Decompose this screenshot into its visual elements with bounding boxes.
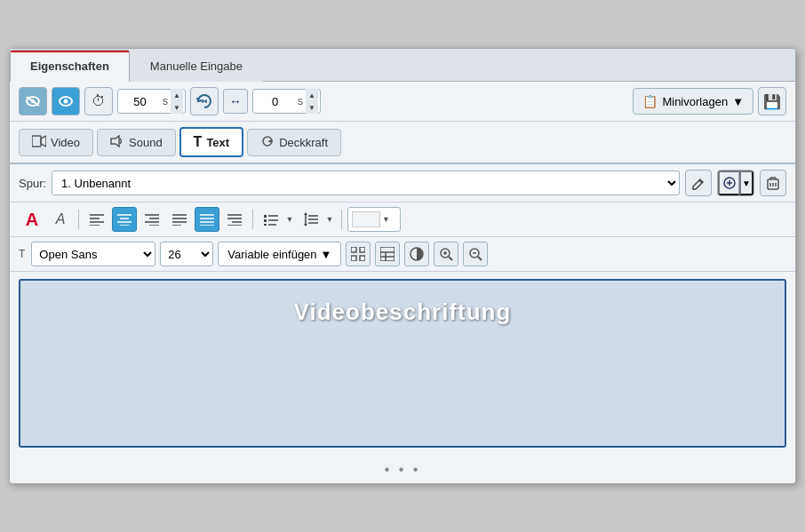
bold-icon: A	[26, 210, 38, 230]
gap-spinners: ▲ ▼	[306, 89, 318, 114]
section-tab-text-label: Text	[206, 136, 229, 149]
gap-input[interactable]: 0	[255, 95, 295, 108]
duration-up-btn[interactable]: ▲	[171, 89, 183, 101]
section-tab-deckkraft-label: Deckkraft	[279, 136, 328, 149]
list-dropdown-btn[interactable]: ▼	[283, 207, 296, 232]
align-center-btn[interactable]	[112, 207, 137, 232]
save-icon: 💾	[763, 93, 781, 110]
spur-add-btn[interactable]	[718, 171, 739, 195]
align-left-btn[interactable]	[84, 207, 109, 232]
gap-down-btn[interactable]: ▼	[306, 101, 318, 114]
rotate-btn[interactable]	[190, 87, 219, 115]
gap-input-group: 0 s ▲ ▼	[252, 89, 321, 114]
svg-marker-9	[111, 136, 119, 147]
section-tab-sound[interactable]: Sound	[97, 129, 176, 156]
svg-rect-61	[360, 256, 365, 261]
templates-label: Minivorlagen	[662, 95, 728, 108]
svg-rect-7	[32, 136, 41, 147]
video-icon	[32, 135, 46, 150]
svg-rect-50	[264, 224, 267, 226]
duration-down-btn[interactable]: ▼	[171, 101, 183, 114]
zoom-out-btn[interactable]	[463, 242, 488, 266]
spur-label: Spur:	[19, 177, 46, 190]
svg-rect-59	[360, 247, 365, 252]
list-btn-group: ▼	[259, 207, 296, 232]
section-tab-deckkraft[interactable]: Deckkraft	[247, 129, 341, 156]
tab-manuelle-eingabe[interactable]: Manuelle Eingabe	[130, 50, 263, 82]
font-family-select[interactable]: Open Sans	[31, 242, 155, 266]
svg-line-68	[449, 257, 452, 260]
main-tabs: Eigenschaften Manuelle Eingabe	[10, 49, 795, 82]
gap-unit: s	[295, 95, 306, 107]
toolbar-row: ⏱ 50 s ▲ ▼ ↔ 0 s ▲ ▼	[10, 82, 795, 122]
format-row: A A ▼	[10, 202, 795, 237]
variable-insert-btn[interactable]: Variable einfügen ▼	[218, 242, 341, 266]
color-dropdown-icon: ▼	[382, 215, 390, 224]
align-justify-right-btn[interactable]	[222, 207, 247, 232]
svg-marker-56	[304, 212, 307, 215]
grid-view-btn[interactable]	[346, 242, 371, 266]
main-window: Eigenschaften Manuelle Eingabe ⏱ 50 s ▲ …	[9, 48, 796, 484]
gap-up-btn[interactable]: ▲	[306, 89, 318, 101]
spacing-dropdown-btn[interactable]: ▼	[323, 207, 336, 232]
eye-visible-btn[interactable]	[52, 87, 80, 115]
spur-select[interactable]: 1. Unbenannt	[52, 171, 680, 195]
align-right-btn[interactable]	[139, 207, 164, 232]
spur-add-btn-split: ▼	[717, 170, 754, 196]
sep-2	[252, 210, 253, 229]
color-swatch	[352, 211, 380, 227]
variable-label: Variable einfügen	[227, 248, 316, 261]
spur-delete-btn[interactable]	[760, 170, 786, 196]
font-size-select[interactable]: 26	[160, 242, 213, 266]
italic-btn[interactable]: A	[48, 207, 73, 232]
arrow-btn[interactable]: ↔	[223, 89, 248, 114]
sound-icon	[110, 135, 124, 150]
tab-eigenschaften[interactable]: Eigenschaften	[10, 50, 130, 82]
svg-point-3	[64, 99, 68, 104]
bold-btn[interactable]: A	[19, 207, 45, 232]
svg-line-72	[478, 257, 482, 260]
duration-input[interactable]: 50	[120, 95, 160, 108]
templates-btn[interactable]: 📋 Minivorlagen ▼	[633, 88, 753, 115]
templates-icon: 📋	[642, 94, 658, 108]
list-btn[interactable]	[259, 207, 283, 232]
bottom-dots: • • •	[10, 457, 795, 483]
svg-rect-48	[264, 219, 267, 222]
italic-icon: A	[56, 211, 66, 227]
spur-add-dropdown-btn[interactable]: ▼	[739, 171, 753, 195]
save-btn[interactable]: 💾	[758, 87, 786, 115]
variable-dropdown-icon: ▼	[321, 248, 332, 261]
contrast-btn[interactable]	[404, 242, 429, 266]
svg-rect-60	[351, 256, 356, 261]
svg-marker-8	[41, 136, 46, 147]
color-picker-btn[interactable]: ▼	[347, 207, 401, 232]
align-justify-all-btn[interactable]	[195, 207, 219, 232]
font-row: T Open Sans 26 Variable einfügen ▼	[10, 237, 795, 272]
section-tab-sound-label: Sound	[129, 136, 163, 149]
section-tabs: Video Sound T Text Deckkraft	[10, 122, 795, 164]
section-tab-video[interactable]: Video	[19, 129, 93, 156]
align-justify-left-btn[interactable]	[167, 207, 192, 232]
spur-row: Spur: 1. Unbenannt ▼	[10, 164, 795, 202]
spur-edit-btn[interactable]	[685, 170, 712, 196]
svg-rect-58	[351, 247, 356, 252]
section-tab-text[interactable]: T Text	[179, 127, 244, 157]
spacing-btn-group: ▼	[299, 207, 336, 232]
svg-rect-46	[264, 215, 267, 218]
sep-3	[341, 210, 342, 229]
duration-unit: s	[160, 95, 171, 107]
svg-point-1	[31, 99, 35, 103]
templates-drop-icon: ▼	[732, 95, 744, 108]
eye-hidden-btn[interactable]	[19, 87, 47, 115]
spacing-btn[interactable]	[299, 207, 323, 232]
text-area-wrapper[interactable]: Videobeschriftung	[19, 279, 786, 448]
sep-1	[78, 210, 79, 229]
video-caption: Videobeschriftung	[20, 290, 785, 335]
zoom-in-btn[interactable]	[434, 242, 458, 266]
svg-marker-57	[304, 224, 307, 226]
timer-btn[interactable]: ⏱	[84, 87, 113, 115]
table-view-btn[interactable]	[375, 242, 400, 266]
font-label-icon: T	[19, 248, 25, 260]
duration-input-group: 50 s ▲ ▼	[117, 89, 186, 114]
deckkraft-icon	[260, 135, 275, 150]
